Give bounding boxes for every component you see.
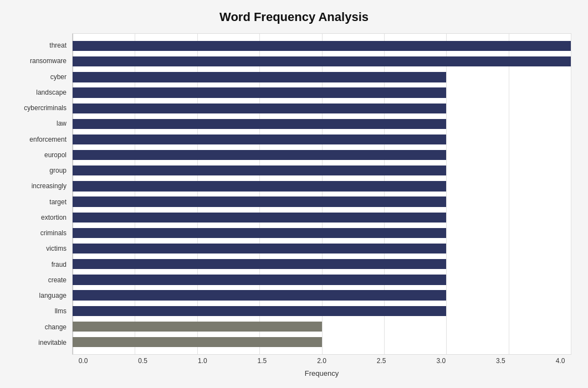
bar-row [73, 147, 571, 163]
chart-title: Word Frequency Analysis [0, 10, 588, 24]
y-label-increasingly: increasingly [0, 178, 71, 194]
bar-row [73, 163, 571, 178]
x-tick: 3.0 [430, 357, 452, 365]
bar-fraud [73, 259, 446, 269]
y-label-language: language [0, 288, 71, 303]
x-tick: 0.0 [72, 357, 94, 365]
bar-enforcement [73, 134, 446, 144]
bar-victims [73, 244, 446, 254]
bar-extortion [73, 213, 446, 223]
y-label-ransomware: ransomware [0, 53, 71, 69]
y-label-victims: victims [0, 241, 71, 256]
y-label-fraud: fraud [0, 257, 71, 272]
bar-row [73, 178, 571, 194]
bar-inevitable [73, 337, 322, 347]
bar-row [73, 38, 571, 54]
bar-increasingly [73, 181, 446, 191]
x-tick: 3.5 [489, 357, 512, 365]
bar-landscape [73, 87, 446, 97]
bar-row [73, 319, 571, 334]
bar-criminals [73, 228, 446, 238]
y-label-enforcement: enforcement [0, 132, 71, 147]
bar-llms [73, 306, 446, 316]
x-tick: 1.0 [191, 357, 213, 365]
y-label-change: change [0, 319, 71, 335]
y-label-extortion: extortion [0, 210, 71, 225]
bar-row [73, 132, 571, 147]
bar-row [73, 241, 571, 256]
y-label-llms: llms [0, 303, 71, 319]
bar-europol [73, 150, 446, 160]
bar-row [73, 288, 571, 303]
bar-row [73, 116, 571, 132]
x-axis: 0.00.51.01.52.02.53.03.54.0 Frequency [72, 355, 571, 388]
bar-row [73, 194, 571, 210]
x-tick: 2.5 [370, 357, 392, 365]
bar-ransomware [73, 56, 571, 66]
bar-row [73, 303, 571, 319]
bar-row [73, 54, 571, 69]
x-tick: 1.5 [251, 357, 273, 365]
bar-cyber [73, 72, 446, 82]
y-label-cybercriminals: cybercriminals [0, 100, 71, 116]
chart-container: Word Frequency Analysis threatransomware… [0, 0, 588, 388]
x-tick: 0.5 [132, 357, 154, 365]
y-label-law: law [0, 116, 71, 131]
y-label-europol: europol [0, 147, 71, 163]
x-tick: 2.0 [311, 357, 333, 365]
y-label-cyber: cyber [0, 69, 71, 85]
y-label-create: create [0, 272, 71, 288]
grid-line [571, 34, 571, 354]
bars-wrapper [73, 34, 571, 354]
y-label-landscape: landscape [0, 85, 71, 100]
chart-area [72, 33, 571, 355]
bar-row [73, 256, 571, 272]
y-axis-labels: threatransomwarecyberlandscapecybercrimi… [0, 33, 71, 355]
bar-row [73, 272, 571, 287]
bar-change [73, 322, 322, 332]
bar-row [73, 225, 571, 241]
bar-target [73, 196, 446, 206]
bar-group [73, 165, 446, 175]
y-label-group: group [0, 163, 71, 178]
bar-row [73, 101, 571, 116]
bar-language [73, 290, 446, 300]
y-label-criminals: criminals [0, 225, 71, 241]
y-label-inevitable: inevitable [0, 335, 71, 350]
y-label-threat: threat [0, 38, 71, 53]
x-axis-label: Frequency [72, 369, 571, 377]
bar-law [73, 119, 446, 129]
bar-row [73, 85, 571, 100]
bar-row [73, 69, 571, 85]
bar-cybercriminals [73, 104, 446, 113]
x-tick: 4.0 [549, 357, 571, 365]
bar-row [73, 210, 571, 225]
bar-create [73, 275, 446, 284]
x-ticks: 0.00.51.01.52.02.53.03.54.0 [72, 355, 571, 365]
y-label-target: target [0, 194, 71, 210]
bar-threat [73, 41, 571, 51]
bar-row [73, 334, 571, 350]
